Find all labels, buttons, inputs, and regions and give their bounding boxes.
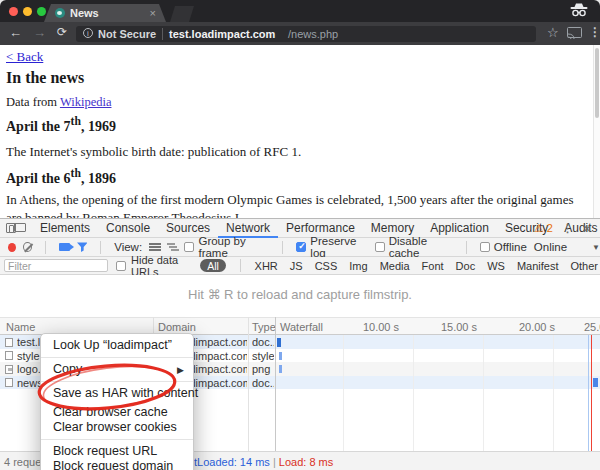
tab-elements[interactable]: Elements	[32, 219, 98, 238]
waterfall-bar	[279, 365, 282, 373]
chevron-down-icon[interactable]: ▼	[592, 243, 600, 252]
source-prefix: Data from	[6, 95, 60, 109]
bookmark-star-icon[interactable]: ☆	[547, 25, 559, 40]
browser-tab-news[interactable]: News ×	[44, 4, 166, 22]
load-event-marker	[591, 335, 592, 451]
tab-console[interactable]: Console	[98, 219, 158, 238]
image-file-icon	[5, 365, 13, 374]
network-filter-bar: Hide data URLs All XHR JS CSS Img Media …	[0, 257, 600, 275]
source-line: Data from Wikipedia	[6, 95, 111, 110]
waterfall-bar	[279, 352, 282, 360]
filter-pill-img[interactable]: Img	[349, 260, 367, 272]
filter-input[interactable]	[4, 259, 108, 272]
devtools-menu-icon[interactable]: ⋮	[562, 222, 573, 235]
group-by-frame-checkbox[interactable]	[184, 242, 194, 252]
throttling-select[interactable]: Online	[534, 241, 567, 253]
clear-icon[interactable]	[23, 242, 32, 252]
filter-pill-font[interactable]: Font	[422, 260, 444, 272]
submenu-arrow-icon: ▶	[177, 363, 184, 378]
capture-screenshots-icon[interactable]	[59, 243, 70, 251]
filter-pill-media[interactable]: Media	[380, 260, 410, 272]
page-scrollbar[interactable]	[593, 45, 600, 218]
menu-item-block-domain[interactable]: Block request domain	[41, 459, 193, 470]
menu-item-copy[interactable]: Copy ▶	[41, 362, 193, 377]
menu-item-block-url[interactable]: Block request URL	[41, 444, 193, 459]
filter-pill-all[interactable]: All	[200, 259, 226, 272]
wikipedia-link[interactable]: Wikipedia	[60, 95, 112, 109]
menu-item-clear-cookies[interactable]: Clear browser cookies	[41, 420, 193, 435]
tab-close-icon[interactable]: ×	[150, 7, 156, 19]
filter-pill-js[interactable]: JS	[290, 260, 303, 272]
filter-pill-manifest[interactable]: Manifest	[517, 260, 559, 272]
time-label: 15.00 s	[435, 321, 477, 333]
security-label: Not Secure	[98, 28, 156, 40]
overview-view-icon[interactable]	[167, 242, 178, 252]
hide-data-urls-checkbox[interactable]	[116, 261, 126, 271]
close-window-button[interactable]	[9, 7, 18, 16]
cast-icon[interactable]	[567, 27, 582, 39]
section-heading: April the 7th, 1969	[6, 115, 116, 135]
preserve-log-label[interactable]: Preserve log	[310, 235, 367, 259]
tab-title: News	[70, 7, 99, 19]
group-by-frame-label[interactable]: Group by frame	[198, 235, 269, 259]
filmstrip-hint: Hit ⌘ R to reload and capture filmstrip.	[0, 275, 600, 317]
time-label: 20.00 s	[513, 321, 555, 333]
menu-item-clear-cache[interactable]: Clear browser cache	[41, 405, 193, 420]
filter-pill-other[interactable]: Other	[570, 260, 598, 272]
list-view-icon[interactable]	[149, 242, 160, 252]
address-bar[interactable]: i Not Secure test.loadimpact.com /news.p…	[76, 26, 536, 42]
warning-badge[interactable]: ⚠ 2	[534, 222, 553, 235]
disable-cache-checkbox[interactable]	[375, 242, 385, 252]
column-waterfall[interactable]: Waterfall	[280, 321, 323, 333]
devtools-close-icon[interactable]: ✕	[582, 222, 592, 236]
browser-toolbar: ← → ⟳ i Not Secure test.loadimpact.com /…	[0, 22, 600, 45]
menu-item-look-up[interactable]: Look Up “loadimpact”	[41, 338, 193, 353]
tab-bar: News ×	[0, 0, 600, 22]
menu-item-save-as-har[interactable]: Save as HAR with content	[41, 386, 193, 401]
offline-label[interactable]: Offline	[494, 241, 527, 253]
chrome-menu-icon[interactable]: ⋮	[589, 25, 600, 39]
column-type[interactable]: Type	[252, 321, 276, 333]
browser-window: News × ← → ⟳ i Not Secure test.loadimpac…	[0, 0, 600, 470]
disable-cache-label[interactable]: Disable cache	[389, 235, 453, 259]
section-heading: April the 6th, 1896	[6, 167, 116, 187]
back-link[interactable]: < Back	[6, 49, 43, 65]
filter-pill-xhr[interactable]: XHR	[255, 260, 278, 272]
devtools-tab-bar: Elements Console Sources Network Perform…	[0, 219, 600, 238]
url-host: test.loadimpact.com	[169, 28, 275, 40]
scrollbar-thumb[interactable]	[595, 48, 599, 118]
info-icon[interactable]: i	[83, 28, 93, 38]
offline-checkbox[interactable]	[480, 242, 490, 252]
document-file-icon	[5, 378, 13, 387]
filter-icon[interactable]	[77, 242, 88, 253]
view-label: View:	[114, 241, 142, 253]
new-tab-button[interactable]	[170, 6, 194, 22]
back-button[interactable]: ←	[9, 25, 22, 40]
forward-button[interactable]: →	[33, 25, 46, 40]
reload-button[interactable]: ⟳	[57, 25, 67, 39]
domcontentloaded-marker	[588, 335, 589, 451]
column-name[interactable]: Name	[6, 321, 35, 333]
network-toolbar: View: Group by frame Preserve log Disabl…	[0, 238, 600, 257]
page-content: < Back In the news Data from Wikipedia A…	[0, 45, 600, 218]
omnibox-divider	[162, 28, 163, 40]
filter-pill-css[interactable]: CSS	[315, 260, 338, 272]
section-body: The Internet's symbolic birth date: publ…	[6, 144, 301, 160]
time-label: 25.0	[584, 321, 600, 333]
waterfall-bar	[277, 338, 281, 347]
url-path: /news.php	[288, 28, 338, 40]
column-divider[interactable]	[275, 317, 276, 451]
domcontentloaded-time: tLoaded: 14 ms	[194, 456, 270, 468]
column-divider[interactable]	[248, 317, 249, 451]
minimize-window-button[interactable]	[23, 7, 32, 16]
hide-data-urls-label[interactable]: Hide data URLs	[131, 254, 192, 278]
load-time: Load: 8 ms	[279, 456, 333, 468]
zoom-window-button[interactable]	[37, 7, 46, 16]
preserve-log-checkbox[interactable]	[296, 242, 306, 252]
column-domain[interactable]: Domain	[158, 321, 196, 333]
record-button-icon[interactable]	[8, 243, 16, 252]
filter-pill-ws[interactable]: WS	[487, 260, 505, 272]
filter-pill-doc[interactable]: Doc	[456, 260, 476, 272]
time-label: 10.00 s	[357, 321, 399, 333]
context-menu: Look Up “loadimpact” Copy ▶ Save as HAR …	[40, 333, 194, 470]
